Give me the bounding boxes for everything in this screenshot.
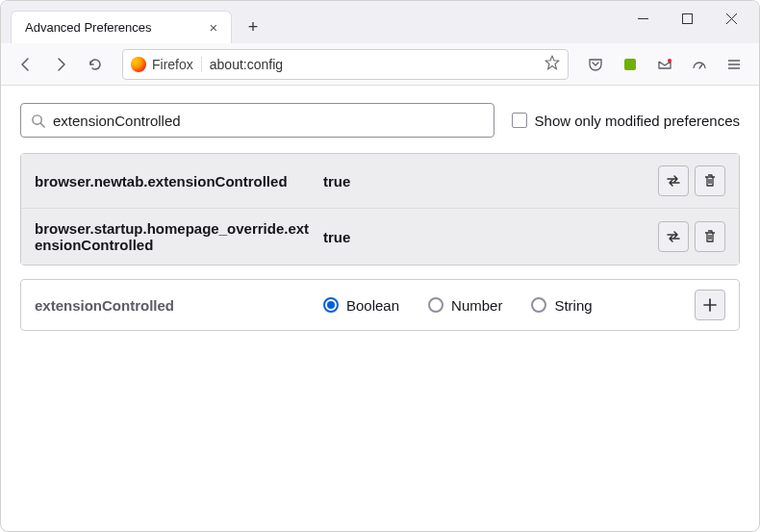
menu-button[interactable]: [719, 49, 749, 80]
url-text: about:config: [210, 57, 283, 72]
toggle-button[interactable]: [658, 165, 689, 196]
radio-icon: [428, 297, 443, 313]
radio-string[interactable]: String: [531, 297, 592, 314]
radio-number[interactable]: Number: [428, 297, 502, 314]
radio-label: Boolean: [346, 297, 399, 314]
delete-button[interactable]: [695, 165, 725, 196]
svg-line-11: [40, 123, 44, 127]
browser-tab[interactable]: Advanced Preferences ×: [11, 11, 232, 43]
close-tab-icon[interactable]: ×: [206, 20, 221, 36]
reload-button[interactable]: [80, 49, 111, 80]
pref-row[interactable]: browser.startup.homepage_override.extens…: [21, 208, 739, 265]
add-pref-button[interactable]: [695, 290, 725, 320]
titlebar: Advanced Preferences × +: [1, 1, 759, 43]
radio-boolean[interactable]: Boolean: [323, 297, 399, 314]
svg-point-5: [668, 59, 671, 63]
minimize-button[interactable]: [621, 1, 665, 36]
new-tab-button[interactable]: +: [240, 13, 266, 40]
tab-title: Advanced Preferences: [25, 20, 152, 35]
address-bar[interactable]: Firefox about:config: [122, 49, 569, 80]
svg-rect-4: [624, 59, 636, 70]
pref-list: browser.newtab.extensionControlled true …: [20, 153, 740, 266]
radio-label: String: [554, 297, 592, 314]
checkbox-label: Show only modified preferences: [535, 113, 740, 129]
pref-name: browser.newtab.extensionControlled: [35, 173, 323, 190]
svg-rect-1: [682, 13, 692, 23]
pref-name: browser.startup.homepage_override.extens…: [35, 220, 323, 253]
search-input[interactable]: [53, 113, 484, 129]
browser-toolbar: Firefox about:config: [1, 43, 759, 86]
search-icon: [31, 114, 45, 128]
about-config-content: Show only modified preferences browser.n…: [1, 86, 759, 348]
radio-icon: [531, 297, 546, 313]
pocket-icon[interactable]: [580, 49, 611, 80]
maximize-button[interactable]: [665, 1, 709, 36]
identity-label: Firefox: [152, 57, 202, 72]
extension-icon[interactable]: [615, 49, 646, 80]
forward-button[interactable]: [45, 49, 76, 80]
checkbox-icon: [512, 113, 527, 128]
new-pref-name: extensionControlled: [35, 297, 323, 314]
bookmark-star-icon[interactable]: [545, 55, 560, 74]
search-box[interactable]: [20, 103, 494, 138]
radio-icon: [323, 297, 339, 313]
new-pref-row: extensionControlled Boolean Number Strin…: [20, 279, 740, 331]
back-button[interactable]: [11, 49, 41, 80]
mail-icon[interactable]: [649, 49, 680, 80]
close-window-button[interactable]: [709, 1, 753, 36]
pref-value: true: [323, 173, 658, 190]
firefox-icon: [131, 57, 146, 72]
pref-row[interactable]: browser.newtab.extensionControlled true: [21, 154, 739, 208]
show-modified-checkbox[interactable]: Show only modified preferences: [512, 113, 740, 129]
toggle-button[interactable]: [658, 221, 689, 252]
site-identity[interactable]: Firefox: [131, 57, 202, 72]
speed-icon[interactable]: [684, 49, 715, 80]
svg-line-6: [699, 64, 702, 68]
pref-value: true: [323, 229, 658, 245]
radio-label: Number: [451, 297, 502, 314]
delete-button[interactable]: [695, 221, 725, 252]
